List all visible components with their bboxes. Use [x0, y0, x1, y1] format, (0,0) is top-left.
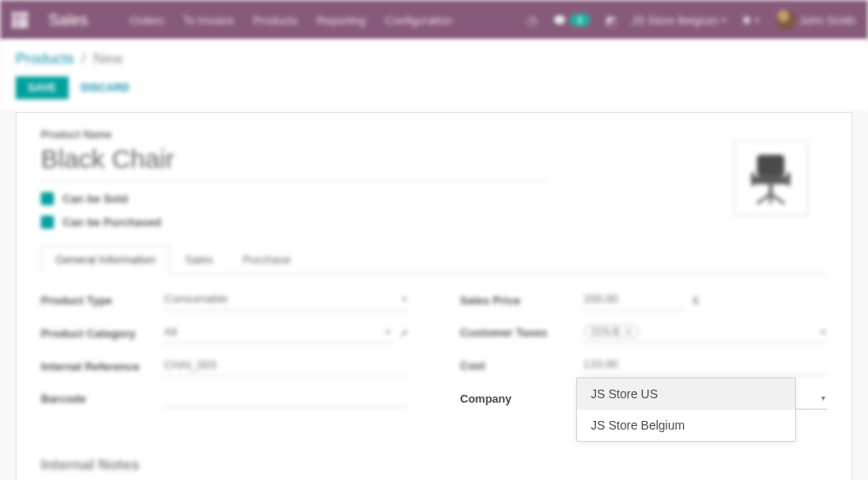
control-panel: Products / New SAVE DISCARD [0, 40, 868, 112]
tab-general-information[interactable]: General Information [41, 245, 170, 274]
svg-line-4 [771, 194, 785, 203]
can-be-purchased-label: Can be Purchased [63, 216, 161, 229]
debug-menu[interactable]: ✱ ▾ [742, 14, 759, 27]
company-dropdown: JS Store US JS Store Belgium [576, 377, 796, 442]
barcode-label: Barcode [41, 392, 162, 405]
chevron-down-icon: ▾ [386, 327, 390, 337]
customer-taxes-select[interactable]: 21% B✕▾ [582, 323, 828, 343]
internal-notes-heading: Internal Notes [41, 457, 827, 474]
close-icon[interactable]: ✕ [625, 327, 632, 337]
barcode-input[interactable] [162, 389, 408, 408]
chevron-down-icon: ▾ [402, 294, 407, 303]
svg-rect-1 [755, 177, 786, 184]
form-sheet: Product Name Black Chair Can be Sold Can… [16, 112, 852, 480]
company-switcher[interactable]: JS Store Belgium ▾ [632, 14, 726, 27]
sales-price-label: Sales Price [461, 294, 582, 307]
cost-input[interactable]: 110.00 [582, 355, 828, 376]
user-menu[interactable]: John Smith [775, 10, 856, 30]
internal-reference-label: Internal Reference [41, 360, 162, 373]
chevron-down-icon: ▾ [821, 393, 825, 403]
avatar [775, 10, 796, 30]
tab-purchase[interactable]: Purchase [228, 245, 305, 274]
nav-to-invoice[interactable]: To Invoice [183, 14, 235, 27]
breadcrumb-root[interactable]: Products [16, 50, 74, 67]
customer-taxes-label: Customer Taxes [461, 326, 582, 339]
chat-badge: 1 [570, 14, 589, 26]
breadcrumb: Products / New [16, 50, 852, 68]
external-link-icon[interactable]: ↗ [399, 327, 408, 340]
company-option-belgium[interactable]: JS Store Belgium [577, 410, 795, 441]
chair-icon [739, 147, 802, 210]
top-navbar: Sales Orders To Invoice Products Reporti… [0, 0, 868, 40]
navbar-menu: Orders To Invoice Products Reporting Con… [129, 14, 452, 27]
company-option-us[interactable]: JS Store US [577, 378, 795, 410]
product-category-label: Product Category [41, 327, 162, 340]
app-brand[interactable]: Sales [49, 11, 88, 30]
product-category-select[interactable]: All▾ [162, 323, 392, 343]
discard-button[interactable]: DISCARD [81, 82, 129, 94]
product-image[interactable] [733, 141, 808, 216]
nav-products[interactable]: Products [253, 14, 297, 27]
svg-line-3 [757, 194, 771, 203]
breadcrumb-current: New [93, 50, 123, 67]
apps-icon[interactable] [12, 12, 28, 28]
can-be-sold-label: Can be Sold [63, 192, 128, 205]
chat-icon[interactable]: 💬1 [553, 14, 589, 27]
tray-icon[interactable]: ◩ [606, 14, 616, 27]
can-be-sold-checkbox[interactable] [41, 192, 54, 205]
tab-sales[interactable]: Sales [170, 245, 229, 274]
product-name-input[interactable]: Black Chair [41, 143, 545, 182]
nav-configuration[interactable]: Configuration [385, 14, 452, 27]
product-type-label: Product Type [41, 294, 162, 307]
cost-label: Cost [461, 359, 582, 372]
sales-price-input[interactable]: 200.00 [582, 290, 686, 310]
currency-symbol: € [693, 294, 699, 307]
svg-rect-0 [757, 155, 785, 177]
product-type-select[interactable]: Consumable▾ [162, 290, 408, 310]
svg-rect-2 [769, 184, 773, 194]
can-be-purchased-checkbox[interactable] [41, 216, 54, 229]
clock-icon[interactable]: ◷ [527, 14, 537, 27]
save-button[interactable]: SAVE [16, 77, 69, 99]
tax-tag: 21% B✕ [584, 325, 639, 337]
form-tabs: General Information Sales Purchase [41, 244, 827, 274]
product-name-label: Product Name [41, 129, 827, 141]
chevron-down-icon: ▾ [821, 327, 825, 337]
breadcrumb-sep: / [82, 50, 86, 67]
internal-reference-input[interactable]: CHAI_003 [162, 356, 408, 377]
chevron-down-icon: ▾ [722, 16, 726, 24]
nav-reporting[interactable]: Reporting [317, 14, 366, 27]
nav-orders[interactable]: Orders [129, 14, 164, 27]
company-label: Company [461, 392, 582, 405]
